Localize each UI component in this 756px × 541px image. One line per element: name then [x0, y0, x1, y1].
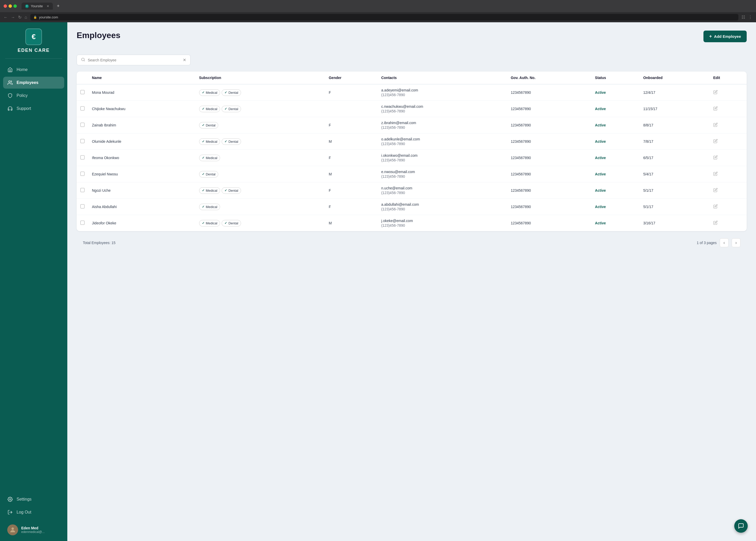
page-total: of 3 pages — [700, 241, 717, 245]
row-edit-cell — [710, 134, 747, 150]
subscription-badge: ✓Medical — [199, 204, 220, 210]
edit-button[interactable] — [713, 123, 718, 128]
row-gov-no: 1234567890 — [507, 166, 591, 183]
row-gender: F — [325, 117, 378, 134]
row-checkbox-cell — [77, 199, 88, 215]
search-clear-button[interactable]: ✕ — [183, 58, 186, 62]
edit-button[interactable] — [713, 221, 718, 226]
row-gender: F — [325, 199, 378, 215]
col-gender: Gender — [325, 72, 378, 84]
prev-page-button[interactable]: ‹ — [720, 239, 729, 247]
employees-table-container: Name Subscription Gender Contacts Gov. A… — [77, 72, 747, 231]
app-container: € EDEN CARE Home Employees — [0, 22, 756, 541]
edit-button[interactable] — [713, 205, 718, 209]
row-checkbox[interactable] — [80, 172, 85, 176]
avatar — [7, 524, 18, 535]
col-edit: Edit — [710, 72, 747, 84]
edit-button[interactable] — [713, 91, 718, 95]
add-employee-label: Add Employee — [714, 34, 741, 39]
pagination-controls: 1 of 3 pages ‹ › — [697, 239, 740, 247]
col-name: Name — [88, 72, 195, 84]
row-name: Jideofor Okeke — [88, 215, 195, 232]
refresh-button[interactable]: ↻ — [18, 15, 22, 20]
row-subscriptions: ✓Dental — [195, 117, 325, 134]
row-name: Mona Mourad — [88, 84, 195, 101]
menu-icon[interactable]: ⋮ — [748, 15, 752, 20]
search-bar: ✕ — [77, 55, 190, 65]
row-checkbox-cell — [77, 166, 88, 183]
edit-button[interactable] — [713, 107, 718, 111]
svg-point-3 — [11, 528, 14, 530]
next-page-button[interactable]: › — [732, 239, 740, 247]
subscription-badge: ✓Dental — [222, 138, 241, 145]
dot-maximize[interactable] — [13, 4, 17, 8]
user-details: Eden Med edenmedical@... — [21, 526, 45, 534]
check-icon: ✓ — [224, 91, 227, 94]
row-subscriptions: ✓Medical — [195, 150, 325, 166]
current-page: 1 — [697, 241, 700, 245]
browser-tab[interactable]: Y Yoursite ✕ — [22, 3, 53, 10]
row-contacts: z.ibrahim@email.com (123)456-7890 — [378, 117, 507, 134]
add-employee-button[interactable]: + Add Employee — [703, 31, 747, 42]
sidebar-item-employees-label: Employees — [17, 80, 38, 85]
edit-button[interactable] — [713, 140, 718, 144]
row-checkbox[interactable] — [80, 221, 85, 225]
row-checkbox[interactable] — [80, 188, 85, 192]
forward-button[interactable]: → — [11, 15, 15, 20]
table-row: Mona Mourad ✓Medical✓Dental F a.adeyemi@… — [77, 84, 747, 101]
row-checkbox[interactable] — [80, 123, 85, 127]
new-tab-button[interactable]: + — [57, 3, 60, 9]
contact-phone: (123)456-7890 — [381, 158, 503, 162]
row-status: Active — [591, 215, 639, 232]
browser-chrome: Y Yoursite ✕ + ← → ↻ ⌂ 🔒 yoursite.com ☷ … — [0, 0, 756, 22]
status-badge: Active — [595, 90, 606, 95]
sidebar-item-support[interactable]: Support — [3, 103, 64, 115]
sidebar-item-policy[interactable]: Policy — [3, 90, 64, 102]
subscription-badge: ✓Medical — [199, 89, 220, 96]
check-icon: ✓ — [224, 140, 227, 143]
employees-icon — [7, 80, 13, 86]
row-checkbox[interactable] — [80, 139, 85, 143]
row-checkbox[interactable] — [80, 90, 85, 94]
sidebar-item-settings[interactable]: Settings — [3, 493, 64, 505]
edit-button[interactable] — [713, 172, 718, 177]
sidebar-item-employees[interactable]: Employees — [3, 77, 64, 89]
tab-close-button[interactable]: ✕ — [47, 4, 49, 8]
chat-fab-button[interactable] — [734, 519, 748, 533]
page-title: Employees — [77, 31, 121, 40]
row-onboarded: 5/1/17 — [639, 199, 709, 215]
contact-phone: (123)456-7890 — [381, 174, 503, 179]
check-icon: ✓ — [202, 123, 204, 127]
row-onboarded: 11/15/17 — [639, 101, 709, 117]
contact-phone: (123)456-7890 — [381, 109, 503, 113]
total-employees-text: Total Employees: 15 — [83, 241, 116, 245]
check-icon: ✓ — [224, 221, 227, 225]
edit-button[interactable] — [713, 189, 718, 193]
row-checkbox[interactable] — [80, 204, 85, 209]
subscription-badge: ✓Medical — [199, 220, 220, 227]
sidebar-item-home[interactable]: Home — [3, 64, 64, 76]
edit-button[interactable] — [713, 156, 718, 160]
row-checkbox-cell — [77, 150, 88, 166]
home-nav-button[interactable]: ⌂ — [25, 15, 27, 20]
contact-email: a.adeyemi@email.com — [381, 88, 503, 92]
subscription-badge: ✓Dental — [222, 89, 241, 96]
search-input[interactable] — [88, 58, 180, 62]
row-contacts: n.uche@email.com (123)456-7890 — [378, 183, 507, 199]
extensions-icon[interactable]: ☷ — [741, 15, 745, 20]
row-checkbox[interactable] — [80, 155, 85, 160]
row-edit-cell — [710, 84, 747, 101]
status-badge: Active — [595, 205, 606, 209]
user-email: edenmedical@... — [21, 530, 45, 534]
back-button[interactable]: ← — [4, 15, 8, 20]
subscription-badge: ✓Dental — [199, 171, 218, 178]
sidebar-item-logout[interactable]: Log Out — [3, 506, 64, 518]
address-text: yoursite.com — [39, 15, 58, 19]
dot-close[interactable] — [4, 4, 7, 8]
row-edit-cell — [710, 166, 747, 183]
address-bar[interactable]: 🔒 yoursite.com — [30, 14, 738, 20]
dot-minimize[interactable] — [9, 4, 12, 8]
row-onboarded: 6/5/17 — [639, 150, 709, 166]
row-checkbox[interactable] — [80, 106, 85, 111]
col-contacts: Contacts — [378, 72, 507, 84]
